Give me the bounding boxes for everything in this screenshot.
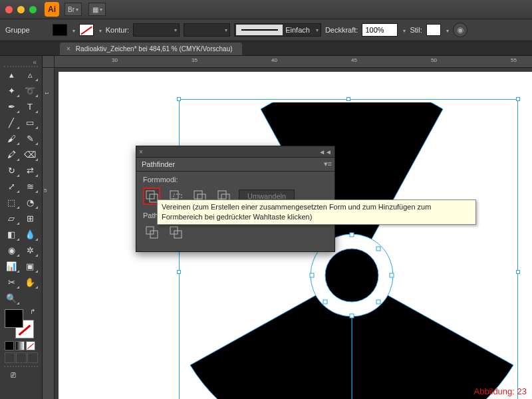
scale-tool[interactable]: ⤢: [3, 179, 20, 194]
panel-collapse-icon[interactable]: ◄◄: [319, 148, 332, 156]
ruler-vertical[interactable]: 1 5: [43, 68, 55, 399]
trim-icon[interactable]: [167, 223, 184, 241]
opacity-label: Deckkraft:: [325, 26, 358, 34]
app-icon: Ai: [45, 2, 59, 17]
svg-rect-15: [194, 191, 202, 199]
svg-rect-13: [170, 191, 178, 199]
mesh-tool[interactable]: ⊞: [21, 211, 39, 225]
selection-type-label: Gruppe: [5, 26, 30, 34]
control-bar: Gruppe Kontur: Einfach Deckkraft: 100% S…: [0, 19, 532, 41]
column-graph-tool[interactable]: 📊: [3, 259, 20, 273]
svg-rect-11: [146, 191, 154, 199]
none-mode-icon[interactable]: [26, 341, 35, 350]
rotate-tool[interactable]: ↻: [3, 163, 20, 178]
close-tab-icon[interactable]: ×: [66, 45, 70, 53]
symbol-spray-tool[interactable]: ✲: [21, 243, 39, 257]
hand-tool[interactable]: ✋: [21, 275, 39, 289]
fill-swatch[interactable]: [53, 24, 67, 36]
pathfinder-panel[interactable]: × ◄◄ Pathfinder ▾≡ Formmodi:: [136, 146, 335, 252]
stroke-weight-combo[interactable]: [133, 23, 180, 37]
panel-close-icon[interactable]: ×: [139, 148, 143, 156]
line-tool[interactable]: ╱: [3, 115, 20, 130]
bridge-button[interactable]: Br: [65, 3, 82, 16]
ruler-horizontal[interactable]: 30 35 40 45 50 55: [55, 56, 532, 68]
window-controls: [5, 6, 37, 13]
zoom-window-icon[interactable]: [29, 6, 37, 13]
gradient-tool[interactable]: ◧: [3, 227, 20, 241]
gradient-mode-icon[interactable]: [15, 341, 25, 350]
stroke-swatch[interactable]: [79, 24, 94, 36]
rectangle-tool[interactable]: ▭: [21, 115, 39, 130]
svg-rect-6: [390, 273, 394, 277]
screen-mode-button[interactable]: ⎚: [5, 367, 22, 382]
svg-point-2: [325, 249, 378, 302]
close-window-icon[interactable]: [5, 6, 13, 13]
draw-inside-icon[interactable]: [27, 352, 38, 363]
shape-modes-label: Formmodi:: [143, 176, 328, 184]
main-area: « ▴ ▵ ✦ ➰ ✒ T ╱ ▭ 🖌 ✎ 🖍 ⌫ ↻ ⇄ ⤢ ≋ ⬚ ◔ ▱ …: [0, 56, 532, 399]
blob-brush-tool[interactable]: 🖍: [3, 147, 20, 162]
paintbrush-tool[interactable]: 🖌: [3, 131, 20, 146]
minimize-window-icon[interactable]: [17, 6, 25, 13]
svg-rect-17: [218, 191, 226, 199]
recolor-icon[interactable]: ◉: [453, 23, 467, 37]
svg-rect-5: [310, 273, 314, 277]
swap-fill-stroke-icon[interactable]: ↱: [30, 308, 35, 315]
zoom-tool[interactable]: 🔍: [3, 291, 20, 305]
document-tab[interactable]: × Radioaktiv_Zeichen* bei 484,61 % (CMYK…: [60, 43, 242, 55]
fill-stroke-control[interactable]: ↱: [5, 309, 34, 338]
kontur-label: Kontur:: [106, 26, 129, 34]
toolbox-collapse-icon[interactable]: «: [3, 59, 39, 66]
svg-rect-10: [376, 300, 380, 304]
selection-handle[interactable]: [177, 270, 181, 274]
direct-selection-tool[interactable]: ▵: [21, 67, 39, 82]
style-label: Stil:: [410, 26, 422, 34]
fill-chip[interactable]: [5, 309, 23, 328]
figure-caption: Abbildung: 23: [473, 386, 527, 396]
document-tab-title: Radioaktiv_Zeichen* bei 484,61 % (CMYK/V…: [76, 45, 233, 53]
eraser-tool[interactable]: ⌫: [21, 147, 39, 162]
svg-rect-4: [350, 314, 354, 318]
pen-tool[interactable]: ✒: [3, 99, 20, 114]
draw-normal-icon[interactable]: [5, 352, 15, 363]
toolbox: « ▴ ▵ ✦ ➰ ✒ T ╱ ▭ 🖌 ✎ 🖍 ⌫ ↻ ⇄ ⤢ ≋ ⬚ ◔ ▱ …: [0, 56, 43, 399]
color-mode-icon[interactable]: [5, 341, 14, 350]
panel-menu-icon[interactable]: ▾≡: [324, 160, 332, 168]
document-tabbar: × Radioaktiv_Zeichen* bei 484,61 % (CMYK…: [0, 41, 532, 56]
slice-tool[interactable]: ✂: [3, 275, 20, 289]
opacity-input[interactable]: 100%: [362, 23, 398, 37]
style-dropdown[interactable]: [445, 26, 449, 34]
ruler-origin[interactable]: [43, 56, 55, 68]
perspective-tool[interactable]: ▱: [3, 211, 20, 225]
shape-builder-tool[interactable]: ◔: [21, 195, 39, 209]
reflect-tool[interactable]: ⇄: [21, 163, 39, 178]
free-transform-tool[interactable]: ⬚: [3, 195, 20, 209]
pathfinder-tab[interactable]: Pathfinder: [136, 157, 334, 172]
spare-tool[interactable]: [21, 291, 39, 305]
brush-combo[interactable]: Einfach: [234, 23, 321, 37]
selection-handle[interactable]: [346, 97, 350, 101]
canvas[interactable]: 30 35 40 45 50 55 1 5: [43, 56, 532, 399]
divide-icon[interactable]: [143, 223, 160, 241]
lasso-tool[interactable]: ➰: [21, 83, 39, 98]
type-tool[interactable]: T: [21, 99, 39, 114]
style-swatch[interactable]: [426, 24, 441, 36]
blend-tool[interactable]: ◉: [3, 243, 20, 257]
svg-rect-3: [350, 233, 354, 237]
selection-handle[interactable]: [177, 97, 181, 101]
selection-handle[interactable]: [516, 97, 520, 101]
svg-rect-9: [323, 300, 327, 304]
tooltip: Vereinen (zum Erstellen einer zusammenge…: [157, 200, 476, 225]
draw-behind-icon[interactable]: [16, 352, 27, 363]
pencil-tool[interactable]: ✎: [21, 131, 39, 146]
opacity-dropdown[interactable]: [402, 26, 406, 34]
eyedropper-tool[interactable]: 💧: [21, 227, 39, 241]
stroke-dropdown[interactable]: [98, 26, 102, 34]
arrange-docs-button[interactable]: ▦: [88, 3, 106, 16]
var-width-combo[interactable]: [184, 23, 230, 37]
fill-dropdown[interactable]: [71, 26, 75, 34]
width-tool[interactable]: ≋: [21, 179, 39, 194]
artboard-tool[interactable]: ▣: [21, 259, 39, 273]
magic-wand-tool[interactable]: ✦: [3, 83, 20, 98]
selection-tool[interactable]: ▴: [3, 67, 20, 82]
